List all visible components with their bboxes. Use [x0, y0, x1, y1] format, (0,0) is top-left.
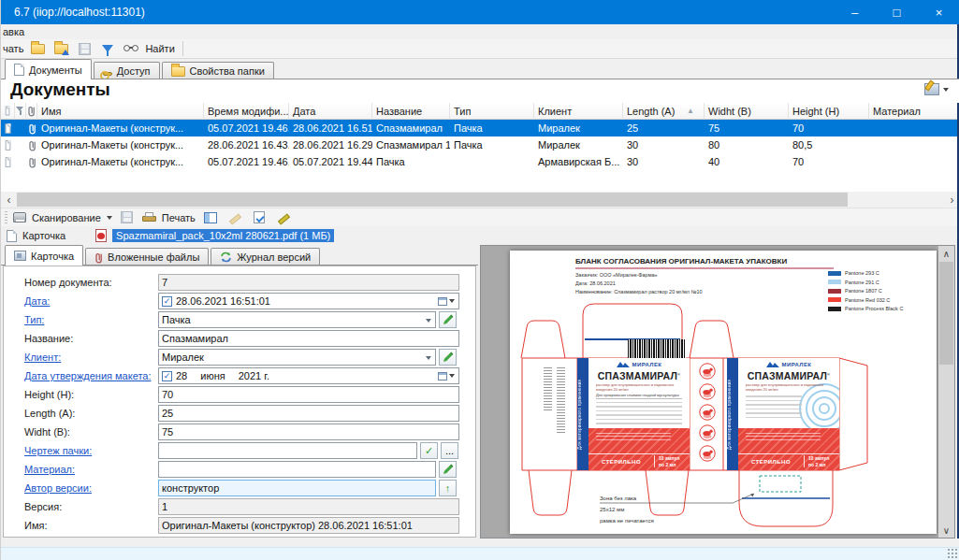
name-field: Оригинал-Макеты (конструктор) 28.06.2021…: [158, 517, 459, 534]
material-edit-button[interactable]: [439, 461, 457, 478]
form-row: Length (A): 25: [4, 404, 475, 423]
tab-documents[interactable]: Документы: [5, 59, 92, 79]
form-row: Height (H): 70: [4, 385, 475, 404]
print-menu-label[interactable]: чать: [3, 43, 23, 54]
scroll-down-button[interactable]: ∨: [938, 523, 954, 538]
title-field[interactable]: Спазмамирал: [158, 330, 459, 347]
type-combo[interactable]: Пачка: [158, 311, 436, 328]
filter-button[interactable]: [98, 40, 117, 57]
column-type[interactable]: Тип: [450, 103, 534, 120]
cell-type: Пачка: [450, 120, 534, 136]
tab-card[interactable]: Карточка: [5, 245, 83, 266]
column-doc-icon[interactable]: [1, 103, 15, 120]
column-name[interactable]: Имя: [37, 103, 204, 120]
material-combo[interactable]: [158, 461, 436, 478]
approve-day[interactable]: 28: [176, 370, 187, 381]
height-field[interactable]: 70: [158, 386, 459, 403]
scrollbar-thumb[interactable]: [17, 193, 848, 207]
column-material[interactable]: Материал: [869, 103, 959, 120]
author-field[interactable]: конструктор: [158, 480, 436, 496]
column-title[interactable]: Название: [372, 103, 450, 120]
chevron-left-icon: ‹: [7, 194, 11, 207]
drawing-confirm-button[interactable]: ✓: [420, 442, 438, 459]
sign-button[interactable]: [274, 209, 293, 226]
approve-date-picker-button[interactable]: [435, 369, 458, 382]
chevron-down-icon[interactable]: [107, 216, 112, 220]
approve-date-label-link[interactable]: Дата утверждения макета:: [24, 370, 152, 381]
pack-front-panel: МИРАЛЕК СПАЗМАМИРАЛ® раствор для внутрим…: [588, 358, 690, 470]
client-label-link[interactable]: Клиент:: [24, 352, 61, 363]
attached-file-name[interactable]: Spazmamiral_pack_10x2ml 280621.pdf (1 МБ…: [112, 229, 334, 242]
approve-month[interactable]: июня: [200, 370, 225, 381]
fine-print-block: [596, 402, 682, 424]
approve-date-checkbox[interactable]: ✓: [162, 371, 172, 381]
horizontal-scrollbar[interactable]: ‹ ›: [1, 192, 959, 208]
vertical-scrollbar[interactable]: ∧ ∨: [938, 246, 954, 538]
menu-item-edit[interactable]: авка: [3, 26, 24, 37]
column-modified[interactable]: Время модифи...: [204, 103, 289, 120]
resize-grip[interactable]: [948, 549, 957, 558]
form-row: Материал:: [4, 460, 475, 479]
tab-attached-files[interactable]: Вложенные файлы: [85, 248, 209, 266]
column-filter-icon[interactable]: [15, 103, 26, 120]
column-width[interactable]: Widht (B): [705, 103, 789, 120]
length-field[interactable]: 25: [158, 405, 459, 422]
client-combo[interactable]: Миралек: [158, 349, 436, 366]
column-height[interactable]: Height (H): [789, 103, 869, 120]
tab-card-label: Карточка: [31, 251, 74, 262]
cell-modified: 05.07.2021 19.46...: [204, 153, 289, 170]
approve-document-button[interactable]: [250, 209, 269, 226]
tab-access[interactable]: Доступ: [94, 62, 160, 79]
width-field[interactable]: 75: [158, 424, 459, 440]
toolbar-grip[interactable]: [5, 211, 7, 224]
date-field[interactable]: ✓ 28.06.2021 16:51:01: [158, 293, 459, 309]
approve-year[interactable]: 2021 г.: [239, 370, 269, 381]
pencil-icon: [442, 351, 455, 364]
cell-type: Пачка: [450, 136, 534, 153]
date-picker-button[interactable]: [435, 294, 458, 308]
author-up-button[interactable]: ↑: [439, 480, 457, 496]
drawing-label-link[interactable]: Чертеж пачки:: [24, 445, 92, 456]
maximize-button[interactable]: □: [876, 0, 918, 24]
edit-button[interactable]: [225, 209, 244, 226]
find-button[interactable]: [122, 40, 140, 57]
client-edit-button[interactable]: [439, 349, 457, 366]
table-row[interactable]: Оригинал-Макеты (конструк... 05.07.2021 …: [1, 120, 959, 136]
type-label-link[interactable]: Тип:: [24, 314, 44, 325]
view-settings-button[interactable]: [924, 83, 949, 95]
print-button[interactable]: Печать: [162, 212, 196, 223]
scan-button[interactable]: Сканирование: [32, 212, 101, 223]
minimize-button[interactable]: –: [834, 0, 876, 24]
author-label-link[interactable]: Автор версии:: [24, 482, 92, 494]
tab-folder-properties[interactable]: Свойства папки: [162, 62, 274, 79]
scrollbar-thumb[interactable]: [939, 262, 953, 365]
type-edit-button[interactable]: [439, 311, 457, 328]
column-attachment-icon[interactable]: [26, 103, 37, 120]
drawing-field[interactable]: [158, 442, 417, 459]
cell-date: 28.06.2021 16.29...: [289, 136, 372, 153]
column-date[interactable]: Дата: [289, 103, 372, 120]
folder-up-button[interactable]: [51, 40, 70, 57]
column-length[interactable]: Length (A) ▲: [623, 103, 705, 120]
open-folder-button[interactable]: [28, 40, 47, 57]
save-document-button[interactable]: [118, 209, 137, 226]
date-checkbox[interactable]: ✓: [162, 296, 172, 307]
approve-date-field[interactable]: ✓ 28 июня 2021 г.: [158, 367, 459, 384]
tab-version-log[interactable]: Журнал версий: [211, 248, 320, 266]
preview-pane-button[interactable]: [201, 209, 220, 226]
table-row[interactable]: Оригинал-Макеты (конструк... 28.06.2021 …: [1, 136, 959, 153]
date-label-link[interactable]: Дата:: [24, 295, 50, 307]
card-label[interactable]: Карточка: [22, 230, 65, 241]
column-client[interactable]: Клиент: [534, 103, 623, 120]
save-button[interactable]: [75, 40, 94, 57]
table-row[interactable]: Оригинал-Макеты (конструк... 05.07.2021 …: [1, 153, 959, 170]
close-button[interactable]: ×: [918, 0, 959, 24]
drawing-browse-button[interactable]: ...: [441, 442, 458, 459]
legend-item: Pantone 293 C: [828, 270, 903, 276]
scroll-up-button[interactable]: ∧: [938, 246, 954, 261]
material-label-link[interactable]: Материал:: [24, 464, 75, 475]
documents-header: Документы: [1, 79, 959, 103]
version-cycle-icon: [220, 251, 232, 263]
scroll-left-button[interactable]: ‹: [1, 192, 17, 208]
find-label[interactable]: Найти: [145, 43, 174, 54]
